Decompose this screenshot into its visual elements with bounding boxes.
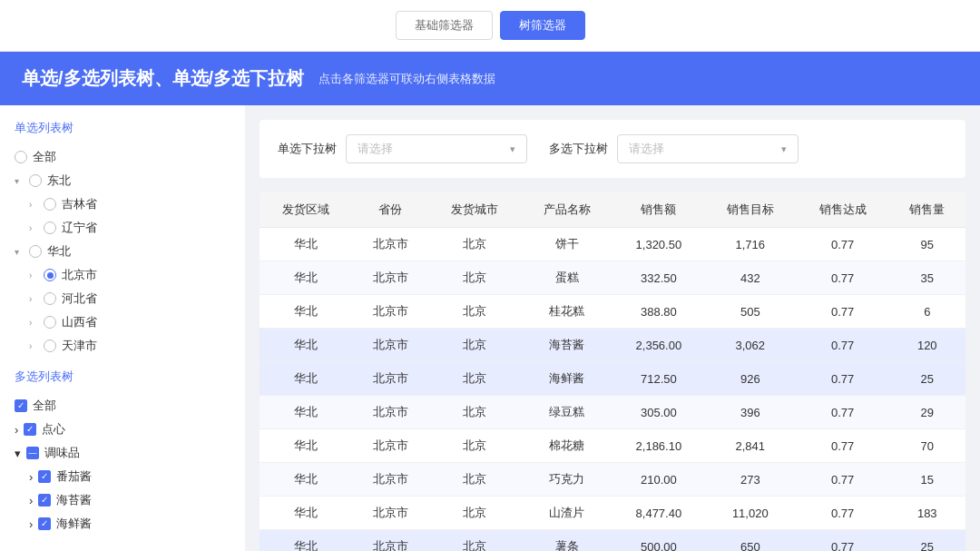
tree-item-label: 山西省: [62, 314, 97, 330]
cell-region: 华北: [260, 463, 352, 497]
col-quantity: 销售量: [889, 192, 965, 228]
data-table-container: 发货区域 省份 发货城市 产品名称 销售额 销售目标 销售达成 销售量 华北北京…: [260, 192, 965, 551]
cell-province: 北京市: [352, 530, 428, 552]
col-city: 发货城市: [428, 192, 521, 228]
col-sales: 销售额: [613, 192, 704, 228]
cell-target: 650: [704, 530, 797, 552]
cell-city: 北京: [428, 463, 521, 497]
single-tree-title: 单选列表树: [15, 120, 230, 136]
table-row: 华北北京市北京蛋糕332.504320.7735: [260, 261, 965, 295]
cell-province: 北京市: [352, 463, 428, 497]
single-tree-list: 全部 ▾ 东北 › 吉林省 › 辽宁省 ▾ 华北: [15, 145, 230, 358]
data-table: 发货区域 省份 发货城市 产品名称 销售额 销售目标 销售达成 销售量 华北北京…: [260, 192, 965, 551]
tree-item-label: 天津市: [62, 338, 97, 354]
checkbox-seasoning[interactable]: ▾ 调味品: [15, 441, 230, 465]
cell-region: 华北: [260, 295, 352, 329]
tree-item-huabei[interactable]: ▾ 华北: [15, 240, 230, 263]
checkbox-label: 海苔酱: [56, 492, 92, 508]
cell-product: 海苔酱: [521, 329, 613, 362]
chevron-jilin: ›: [29, 200, 38, 210]
tree-item-tianjin[interactable]: › 天津市: [15, 334, 230, 358]
page-title: 单选/多选列表树、单选/多选下拉树: [22, 66, 304, 91]
page-subtitle: 点击各筛选器可联动右侧表格数据: [318, 71, 495, 87]
tree-item-liaoning[interactable]: › 辽宁省: [15, 216, 230, 240]
cell-quantity: 25: [889, 362, 965, 396]
tree-item-label: 全部: [33, 149, 56, 165]
tree-item-label: 辽宁省: [62, 220, 97, 236]
cell-quantity: 120: [889, 329, 965, 362]
cell-sales: 210.00: [613, 463, 704, 497]
single-dropdown-placeholder: 请选择: [358, 141, 393, 157]
multi-dropdown-placeholder: 请选择: [629, 141, 664, 157]
radio-jilin: [44, 198, 56, 211]
chevron-liaoning: ›: [29, 223, 38, 233]
checkbox-label: 番茄酱: [56, 468, 92, 485]
cell-province: 北京市: [352, 497, 428, 530]
cell-sales: 388.80: [613, 295, 704, 329]
cell-achievement: 0.77: [797, 295, 889, 329]
cell-region: 华北: [260, 362, 352, 396]
tree-item-label: 吉林省: [62, 196, 97, 212]
radio-shanxi: [44, 316, 56, 329]
checkbox-seaweed[interactable]: › 海苔酱: [15, 488, 230, 512]
tree-item-beijing[interactable]: › 北京市: [15, 263, 230, 287]
cell-target: 273: [704, 463, 797, 497]
checkbox-label: 全部: [33, 398, 56, 414]
col-target: 销售目标: [704, 192, 797, 228]
checkbox-tomato[interactable]: › 番茄酱: [15, 465, 230, 488]
cell-region: 华北: [260, 497, 352, 530]
single-dropdown-select[interactable]: 请选择 ▾: [346, 134, 527, 163]
cell-province: 北京市: [352, 295, 428, 329]
multi-tree-list: 全部 › 点心 ▾ 调味品 › 番茄酱 ›: [15, 394, 230, 536]
chevron-seaweed: ›: [29, 494, 33, 507]
right-content: 单选下拉树 请选择 ▾ 多选下拉树 请选择 ▾ 发货区域: [245, 105, 980, 551]
table-row: 华北北京市北京绿豆糕305.003960.7729: [260, 396, 965, 429]
cell-achievement: 0.77: [797, 497, 889, 530]
checkbox-all[interactable]: 全部: [15, 394, 230, 418]
cb-seasoning: [26, 447, 39, 459]
cell-target: 396: [704, 396, 797, 429]
cell-product: 棉花糖: [521, 429, 613, 463]
radio-all: [15, 151, 27, 163]
tree-item-hebei[interactable]: › 河北省: [15, 287, 230, 310]
cell-product: 绿豆糕: [521, 396, 613, 429]
cell-quantity: 6: [889, 295, 965, 329]
tree-item-shanxi[interactable]: › 山西省: [15, 310, 230, 334]
cell-sales: 712.50: [613, 362, 704, 396]
multi-dropdown-select[interactable]: 请选择 ▾: [617, 134, 799, 163]
radio-liaoning: [44, 221, 56, 234]
cell-achievement: 0.77: [797, 463, 889, 497]
cell-product: 巧克力: [521, 463, 613, 497]
tree-item-all[interactable]: 全部: [15, 145, 230, 169]
cell-province: 北京市: [352, 429, 428, 463]
chevron-shanxi: ›: [29, 318, 38, 328]
cell-achievement: 0.77: [797, 362, 889, 396]
cell-province: 北京市: [352, 228, 428, 261]
cell-province: 北京市: [352, 362, 428, 396]
cell-target: 2,841: [704, 429, 797, 463]
table-header-row: 发货区域 省份 发货城市 产品名称 销售额 销售目标 销售达成 销售量: [260, 192, 965, 228]
cell-target: 3,062: [704, 329, 797, 362]
checkbox-label: 海鲜酱: [56, 516, 92, 532]
tree-item-northeast[interactable]: ▾ 东北: [15, 169, 230, 192]
chevron-snack: ›: [15, 423, 18, 437]
cell-target: 505: [704, 295, 797, 329]
tree-item-label: 河北省: [62, 290, 97, 307]
sidebar: 单选列表树 全部 ▾ 东北 › 吉林省 › 辽宁省: [0, 105, 245, 551]
cell-target: 11,020: [704, 497, 797, 530]
tree-filter-btn[interactable]: 树筛选器: [500, 11, 585, 40]
main-layout: 单选列表树 全部 ▾ 东北 › 吉林省 › 辽宁省: [0, 105, 980, 551]
cell-region: 华北: [260, 261, 352, 295]
col-achievement: 销售达成: [797, 192, 889, 228]
cell-city: 北京: [428, 429, 521, 463]
chevron-huabei: ▾: [15, 247, 24, 257]
cell-province: 北京市: [352, 329, 428, 362]
radio-huabei: [29, 245, 42, 258]
chevron-northeast: ▾: [15, 176, 24, 186]
table-row: 华北北京市北京海鲜酱712.509260.7725: [260, 362, 965, 396]
tree-item-jilin[interactable]: › 吉林省: [15, 192, 230, 216]
checkbox-seafood[interactable]: › 海鲜酱: [15, 512, 230, 536]
basic-filter-btn[interactable]: 基础筛选器: [396, 11, 493, 40]
cell-product: 薯条: [521, 530, 613, 552]
checkbox-snack[interactable]: › 点心: [15, 418, 230, 441]
